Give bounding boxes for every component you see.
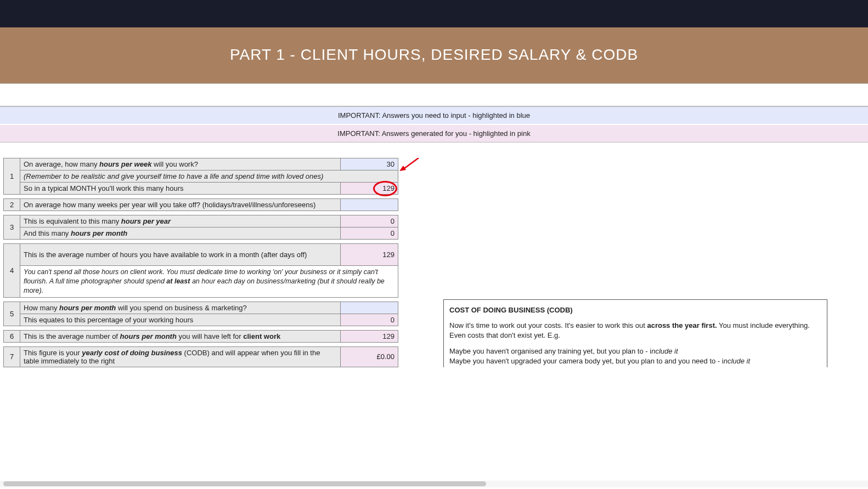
row-3b-label: And this many hours per month: [20, 228, 341, 240]
row-3b-value: 0: [341, 228, 398, 240]
text: This figure is your: [24, 349, 82, 357]
attention-arrow-icon: [399, 158, 421, 174]
text-ital: nclude it: [724, 357, 750, 365]
row-4-note-text: You can't spend all those hours on clien…: [20, 266, 398, 298]
row-1-note-text: (Remember to be realistic and give yours…: [20, 170, 398, 183]
text-bold: across the year first.: [647, 321, 717, 329]
text-bold: hours per week: [99, 160, 151, 168]
row-6-number: 6: [4, 330, 20, 342]
row-1-monthly-label: So in a typical MONTH you'll work this m…: [20, 183, 341, 195]
row-1-input[interactable]: 30: [341, 158, 398, 170]
notice-input-blue: IMPORTANT: Answers you need to input - h…: [0, 106, 868, 124]
row-4-label: This is the average number of hours you …: [20, 244, 341, 266]
section-title: PART 1 - CLIENT HOURS, DESIRED SALARY & …: [0, 27, 868, 83]
row-3a: 3 This is equivalent to this many hours …: [4, 215, 398, 228]
text: How many: [24, 304, 59, 312]
text: And this many: [24, 229, 71, 237]
text-ital: nclude it: [702, 367, 728, 367]
row-4-note: You can't spend all those hours on clien…: [4, 266, 398, 298]
row-2: 2 On average how many weeks per year wil…: [4, 199, 398, 211]
text: will you spend on business & marketing?: [116, 304, 246, 312]
row-3b: And this many hours per month 0: [4, 228, 398, 240]
notice-gap: [0, 143, 868, 158]
row-2-label: On average how many weeks per year will …: [20, 199, 341, 211]
row-1-monthly-value: 129: [341, 183, 398, 195]
text: Now it's time to work out your costs. It…: [449, 321, 647, 329]
row-5b-label: This equates to this percentage of your …: [20, 314, 341, 326]
row-6: 6 This is the average number of hours pe…: [4, 330, 398, 342]
row-3a-value: 0: [341, 215, 398, 228]
row-7-number: 7: [4, 346, 20, 367]
row-7: 7 This figure is your yearly cost of doi…: [4, 346, 398, 367]
text-bold2: client work: [243, 332, 280, 340]
row-5-number: 5: [4, 302, 20, 326]
worksheet-table: 1 On average, how many hours per week wi…: [3, 158, 398, 367]
row-2-input[interactable]: [341, 199, 398, 211]
row-1-number: 1: [4, 158, 20, 195]
notice-generated-pink: IMPORTANT: Answers generated for you - h…: [0, 124, 868, 143]
row-4-number: 4: [4, 244, 20, 298]
svg-marker-1: [399, 166, 406, 171]
codb-p1: Now it's time to work out your costs. It…: [449, 321, 821, 340]
row-7-value: £0.00: [341, 346, 398, 367]
text-bold: at least: [166, 277, 190, 285]
top-dark-bar: [0, 0, 868, 27]
text-bold: hours per year: [121, 217, 171, 225]
codb-header: COST OF DOING BUSINESS (CODB): [449, 305, 821, 315]
text: This is the average number of: [24, 332, 120, 340]
text-bold: hours per month: [59, 304, 116, 312]
text: This is equivalent to this many: [24, 217, 121, 225]
svg-line-0: [402, 158, 419, 170]
row-5b-value: 0: [341, 314, 398, 326]
row-3a-label: This is equivalent to this many hours pe…: [20, 215, 341, 228]
title-spacer: [0, 83, 868, 106]
text-bold: yearly cost of doing business: [82, 349, 182, 357]
row-5a-input[interactable]: [341, 302, 398, 314]
codb-info-box: COST OF DOING BUSINESS (CODB) Now it's t…: [443, 299, 827, 367]
row-1-note: (Remember to be realistic and give yours…: [4, 170, 398, 183]
text: you will have left for: [177, 332, 243, 340]
row-5b: This equates to this percentage of your …: [4, 314, 398, 326]
row-6-label: This is the average number of hours per …: [20, 330, 341, 342]
text: Maybe you haven't organised childcare fo…: [449, 367, 702, 367]
row-4: 4 This is the average number of hours yo…: [4, 244, 398, 266]
row-4-value: 129: [341, 244, 398, 266]
row-5a: 5 How many hours per month will you spen…: [4, 302, 398, 314]
worksheet-area: 1 On average, how many hours per week wi…: [0, 158, 868, 367]
text: will you work?: [151, 160, 198, 168]
text-bold: hours per month: [71, 229, 127, 237]
row-5a-label: How many hours per month will you spend …: [20, 302, 341, 314]
text-ital: nclude it: [651, 347, 678, 355]
row-3-number: 3: [4, 215, 20, 240]
text-bold: hours per month: [120, 332, 177, 340]
row-1-label: On average, how many hours per week will…: [20, 158, 341, 170]
codb-examples: Maybe you haven't organised any training…: [449, 346, 821, 367]
row-6-value: 129: [341, 330, 398, 342]
row-1-question: 1 On average, how many hours per week wi…: [4, 158, 398, 170]
row-7-label: This figure is your yearly cost of doing…: [20, 346, 341, 367]
row-2-number: 2: [4, 199, 20, 211]
text: On average, how many: [24, 160, 99, 168]
row-1-monthly: So in a typical MONTH you'll work this m…: [4, 183, 398, 195]
text: Maybe you haven't organised any training…: [449, 347, 651, 355]
text: Maybe you haven't upgraded your camera b…: [449, 357, 724, 365]
